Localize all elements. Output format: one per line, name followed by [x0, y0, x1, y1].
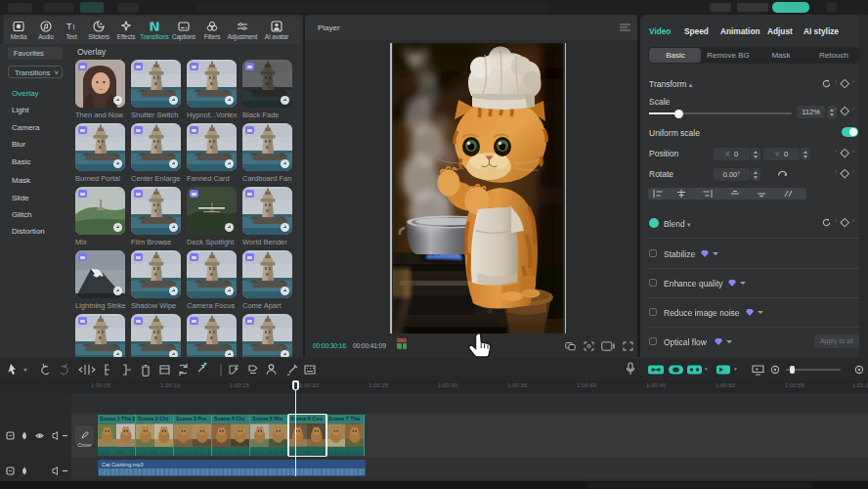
svg-text:T: T — [66, 22, 72, 31]
svg-text:I: I — [73, 23, 75, 30]
